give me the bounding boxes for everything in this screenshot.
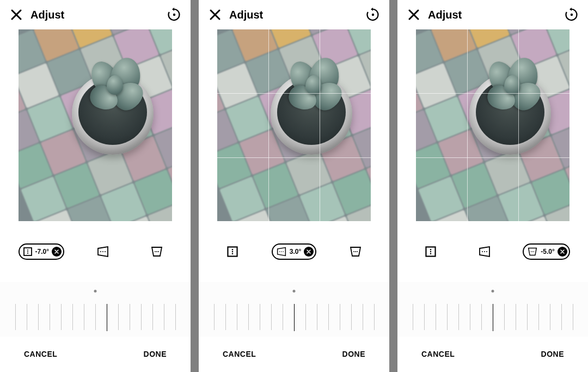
perspective-x-icon <box>96 246 109 258</box>
perspective-y-tool-active[interactable]: -5.0° <box>523 243 569 260</box>
slider-tick <box>538 304 539 330</box>
page-title: Adjust <box>428 9 562 21</box>
photo <box>19 29 172 221</box>
adjust-slider[interactable] <box>199 282 389 337</box>
slider-center-dot <box>492 290 494 292</box>
svg-point-20 <box>283 251 284 252</box>
slider-tick <box>107 304 107 331</box>
slider-ticks <box>0 304 191 332</box>
adjust-slider[interactable] <box>397 282 588 337</box>
perspective-x-tool[interactable] <box>88 243 118 260</box>
photo-leaf <box>305 75 322 95</box>
slider-tick <box>436 304 436 330</box>
panel-0: Adjust <box>0 0 191 372</box>
rotate-button[interactable] <box>164 5 184 25</box>
svg-point-1 <box>173 14 175 16</box>
slider-tick <box>374 304 375 330</box>
slider-center-dot <box>293 290 296 292</box>
perspective-x-icon <box>478 246 491 258</box>
slider-tick <box>340 304 340 330</box>
slider-tick <box>130 304 130 330</box>
cancel-button[interactable]: CANCEL <box>24 350 57 358</box>
slider-tick <box>248 304 249 330</box>
svg-point-29 <box>430 253 431 254</box>
svg-point-32 <box>486 251 487 252</box>
slider-tick <box>504 304 505 330</box>
slider-tick <box>164 304 164 330</box>
clear-value-button[interactable] <box>304 247 314 257</box>
svg-point-31 <box>484 251 485 252</box>
svg-point-6 <box>100 251 101 252</box>
clear-value-button[interactable] <box>52 247 62 257</box>
svg-point-22 <box>355 251 356 252</box>
slider-tick <box>237 304 237 330</box>
svg-point-18 <box>279 251 280 252</box>
slider-tick <box>72 304 73 330</box>
svg-marker-0 <box>172 8 174 11</box>
adjust-slider[interactable] <box>0 282 191 337</box>
svg-point-4 <box>27 251 28 252</box>
slider-tick <box>15 304 16 330</box>
photo <box>416 29 569 221</box>
slider-tick <box>225 304 226 330</box>
svg-marker-12 <box>371 8 373 11</box>
three-pane-view: Adjust <box>0 0 588 372</box>
perspective-y-tool[interactable] <box>340 243 371 260</box>
perspective-x-tool-active[interactable]: 3.0° <box>272 243 316 260</box>
svg-point-35 <box>534 251 535 252</box>
tool-value: -5.0° <box>541 248 554 255</box>
svg-point-25 <box>571 14 573 16</box>
panel-1: Adjust <box>199 0 389 372</box>
page-title: Adjust <box>30 9 164 21</box>
svg-point-21 <box>353 251 354 252</box>
slider-center-dot <box>94 290 97 292</box>
perspective-x-tool[interactable] <box>469 243 500 260</box>
footer: CANCEL DONE <box>397 337 588 371</box>
tool-value: -7.0° <box>35 248 49 255</box>
slider-tick <box>118 304 119 330</box>
slider-tick <box>84 304 84 330</box>
straighten-tool-active[interactable]: -7.0° <box>19 243 64 260</box>
close-button[interactable] <box>404 5 424 25</box>
slider-tick <box>573 304 573 330</box>
image-preview[interactable] <box>0 29 191 221</box>
slider-tick <box>470 304 470 330</box>
slider-tick <box>260 304 260 330</box>
rotate-button[interactable] <box>562 5 581 25</box>
done-button[interactable]: DONE <box>144 350 167 358</box>
slider-tick <box>271 304 272 330</box>
tool-row: 3.0° <box>199 221 389 282</box>
footer: CANCEL DONE <box>0 337 191 371</box>
slider-tick <box>424 304 425 330</box>
close-icon <box>10 8 23 21</box>
perspective-y-tool[interactable] <box>142 243 172 260</box>
svg-point-30 <box>482 251 483 252</box>
perspective-y-icon <box>349 246 362 258</box>
image-preview[interactable] <box>199 29 389 221</box>
cancel-button[interactable]: CANCEL <box>421 350 455 358</box>
close-button[interactable] <box>7 5 26 25</box>
photo <box>217 29 371 221</box>
slider-tick <box>550 304 550 330</box>
done-button[interactable]: DONE <box>342 350 365 358</box>
svg-point-11 <box>158 251 159 252</box>
close-button[interactable] <box>205 5 225 25</box>
close-icon <box>407 8 420 21</box>
cancel-button[interactable]: CANCEL <box>223 350 256 358</box>
photo-leaf <box>504 75 520 95</box>
clear-value-button[interactable] <box>558 247 567 257</box>
slider-tick <box>481 304 482 330</box>
close-icon <box>209 8 222 21</box>
perspective-x-icon <box>276 247 287 257</box>
slider-tick <box>527 304 528 330</box>
footer: CANCEL DONE <box>199 337 389 371</box>
image-preview[interactable] <box>397 29 588 221</box>
svg-point-9 <box>155 251 156 252</box>
done-button[interactable]: DONE <box>541 350 564 358</box>
straighten-tool[interactable] <box>415 243 446 260</box>
slider-tick <box>141 304 142 330</box>
rotate-button[interactable] <box>363 5 383 25</box>
tool-row: -5.0° <box>397 221 588 282</box>
rotate-icon <box>565 8 579 22</box>
straighten-tool[interactable] <box>217 243 248 260</box>
